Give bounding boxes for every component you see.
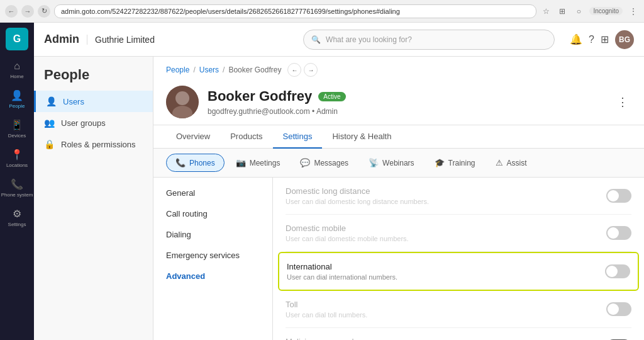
subtab-meetings-label: Meetings xyxy=(250,159,280,167)
subtab-assist-label: Assist xyxy=(507,159,527,167)
setting-desc-domestic-mobile: User can dial domestic mobile numbers. xyxy=(286,235,606,242)
url-text: admin.goto.com/524227282232/887622/peopl… xyxy=(61,8,400,15)
apps-icon[interactable]: ⊞ xyxy=(601,33,609,45)
sidebar-item-user-groups[interactable]: 👥 User groups xyxy=(34,112,153,133)
extension-icon[interactable]: ⊞ xyxy=(557,6,568,17)
setting-row-malicious-area-codes: Malicious area codes User can dial numbe… xyxy=(286,328,631,340)
subtab-training[interactable]: 🎓 Training xyxy=(426,154,484,172)
subtab-messages[interactable]: 💬 Messages xyxy=(291,154,357,172)
nav-item-people[interactable]: 👤 People xyxy=(0,84,34,114)
content-split: General Call routing Dialing Emergency s… xyxy=(153,178,644,340)
user-name-row: Booker Godfrey Active xyxy=(208,88,605,105)
setting-desc-toll: User can dial toll numbers. xyxy=(286,311,606,319)
training-icon: 🎓 xyxy=(435,158,445,167)
toggle-domestic-mobile[interactable] xyxy=(606,226,631,240)
reload-button[interactable]: ↻ xyxy=(38,5,50,18)
people-title: People xyxy=(34,57,153,91)
setting-desc-domestic-long-distance: User can dial domestic long distance num… xyxy=(286,198,606,205)
avatar xyxy=(166,86,199,118)
breadcrumb: People / Users / Booker Godfrey ← → xyxy=(153,57,644,81)
toggle-knob xyxy=(608,303,619,315)
left-menu-call-routing[interactable]: Call routing xyxy=(153,203,272,224)
sidebar-item-users-label: Users xyxy=(63,97,84,106)
header-actions: 🔔 ? ⊞ BG xyxy=(570,30,634,49)
nav-item-phone-system[interactable]: 📞 Phone system xyxy=(0,173,34,203)
tab-overview[interactable]: Overview xyxy=(166,125,220,149)
breadcrumb-users[interactable]: Users xyxy=(199,65,219,74)
setting-row-domestic-mobile: Domestic mobile User can dial domestic m… xyxy=(286,215,631,252)
profile-icon[interactable]: ○ xyxy=(573,6,584,17)
user-header: Booker Godfrey Active bgodfrey.guthrie@o… xyxy=(153,81,644,125)
setting-row-international: International User can dial internationa… xyxy=(278,252,639,291)
nav-item-home[interactable]: ⌂ Home xyxy=(0,55,34,84)
address-bar[interactable]: admin.goto.com/524227282232/887622/peopl… xyxy=(54,4,536,18)
setting-row-domestic-long-distance: Domestic long distance User can dial dom… xyxy=(286,178,631,215)
back-button[interactable]: ← xyxy=(5,5,18,18)
setting-text-international: International User can dial internationa… xyxy=(287,262,605,281)
breadcrumb-prev-button[interactable]: ← xyxy=(287,63,301,77)
sidebar-item-user-groups-label: User groups xyxy=(61,118,106,128)
nav-item-devices[interactable]: 📱 Devices xyxy=(0,114,34,144)
subtab-meetings[interactable]: 📷 Meetings xyxy=(227,154,289,172)
star-icon[interactable]: ☆ xyxy=(540,6,552,17)
goto-logo[interactable]: G xyxy=(6,28,28,50)
company-name: Guthrie Limited xyxy=(87,35,155,45)
sidebar-item-roles-permissions[interactable]: 🔒 Roles & permissions xyxy=(34,133,153,155)
user-groups-icon: 👥 xyxy=(44,118,55,128)
users-icon: 👤 xyxy=(46,96,57,106)
tab-settings[interactable]: Settings xyxy=(273,125,323,149)
nav-item-locations[interactable]: 📍 Locations xyxy=(0,144,34,173)
svg-point-1 xyxy=(175,91,189,105)
help-icon[interactable]: ? xyxy=(589,34,594,45)
admin-header: Admin Guthrie Limited 🔍 What are you loo… xyxy=(34,23,644,57)
meetings-icon: 📷 xyxy=(236,158,246,167)
toggle-international[interactable] xyxy=(605,264,630,278)
tab-history-health[interactable]: History & Health xyxy=(322,125,401,149)
user-name: Booker Godfrey xyxy=(208,88,312,105)
detail-area: People / Users / Booker Godfrey ← → xyxy=(153,57,644,340)
subtab-nav: 📞 Phones 📷 Meetings 💬 Messages 📡 Webinar… xyxy=(153,149,644,178)
home-icon: ⌂ xyxy=(14,60,20,72)
setting-row-toll: Toll User can dial toll numbers. xyxy=(286,291,631,328)
toggle-toll[interactable] xyxy=(606,302,631,316)
phones-icon: 📞 xyxy=(175,158,186,167)
nav-item-settings[interactable]: ⚙ Settings xyxy=(0,203,34,232)
notifications-icon[interactable]: 🔔 xyxy=(570,33,582,45)
subtab-webinars[interactable]: 📡 Webinars xyxy=(360,154,423,172)
header-search[interactable]: 🔍 What are you looking for? xyxy=(303,30,555,50)
phone-system-icon: 📞 xyxy=(11,178,23,190)
locations-icon: 📍 xyxy=(11,149,23,161)
user-info: Booker Godfrey Active bgodfrey.guthrie@o… xyxy=(208,88,605,116)
breadcrumb-nav: ← → xyxy=(287,63,318,77)
toggle-knob xyxy=(608,227,619,239)
menu-icon[interactable]: ⋮ xyxy=(628,6,639,17)
user-role: Admin xyxy=(316,107,338,116)
toggle-knob xyxy=(606,266,618,277)
left-menu-dialing[interactable]: Dialing xyxy=(153,224,272,245)
admin-logo: Admin xyxy=(44,33,79,46)
breadcrumb-next-button[interactable]: → xyxy=(304,63,318,77)
left-menu-emergency-services[interactable]: Emergency services xyxy=(153,245,272,266)
messages-icon: 💬 xyxy=(300,158,310,167)
left-menu: General Call routing Dialing Emergency s… xyxy=(153,178,273,340)
user-status-badge: Active xyxy=(318,92,345,101)
subtab-phones-label: Phones xyxy=(189,159,215,167)
more-options-button[interactable]: ⋮ xyxy=(614,93,631,111)
sidebar-item-users[interactable]: 👤 Users xyxy=(34,91,153,112)
tab-products[interactable]: Products xyxy=(220,125,272,149)
setting-text-domestic-mobile: Domestic mobile User can dial domestic m… xyxy=(286,224,606,242)
setting-title-toll: Toll xyxy=(286,300,606,309)
subtab-phones[interactable]: 📞 Phones xyxy=(166,154,225,172)
setting-title-international: International xyxy=(287,262,605,271)
left-menu-general[interactable]: General xyxy=(153,183,272,203)
toggle-domestic-long-distance[interactable] xyxy=(606,189,631,203)
left-menu-advanced[interactable]: Advanced xyxy=(153,266,272,286)
search-icon: 🔍 xyxy=(311,35,321,44)
forward-button[interactable]: → xyxy=(21,5,34,18)
subtab-webinars-label: Webinars xyxy=(382,159,414,167)
breadcrumb-people[interactable]: People xyxy=(166,65,189,74)
user-avatar-header[interactable]: BG xyxy=(615,30,634,49)
subtab-assist[interactable]: ⚠ Assist xyxy=(487,154,536,172)
right-content: Domestic long distance User can dial dom… xyxy=(273,178,644,340)
user-meta-sep: • xyxy=(312,107,316,116)
